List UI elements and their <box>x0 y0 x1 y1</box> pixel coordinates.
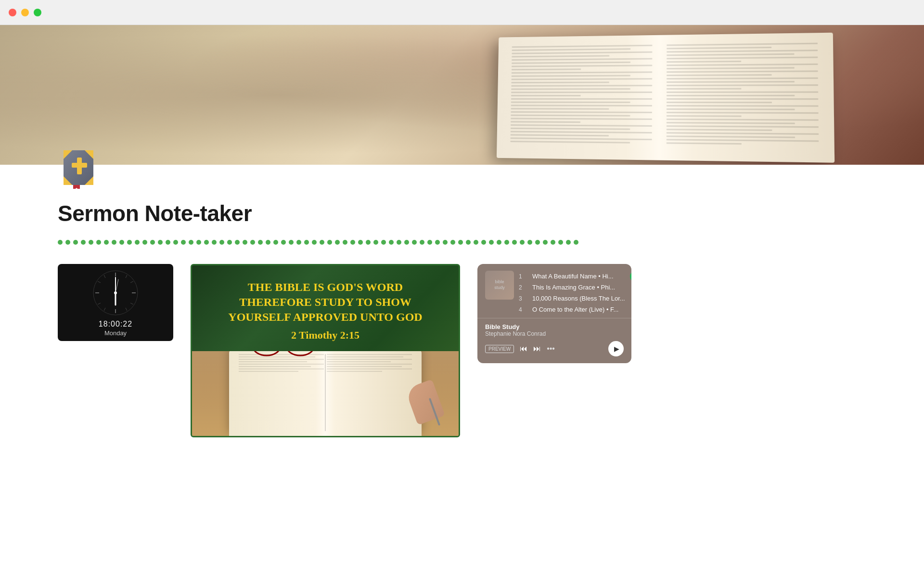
svg-point-25 <box>114 291 117 294</box>
divider-dot <box>96 240 101 245</box>
divider-dot <box>266 240 270 245</box>
divider-dot <box>235 240 240 245</box>
divider-dot <box>381 240 386 245</box>
spotify-track-3: 3 10,000 Reasons (Bless The Lor... <box>519 293 625 304</box>
divider-dot <box>250 240 255 245</box>
divider-dot <box>181 240 186 245</box>
maximize-button[interactable] <box>34 9 41 16</box>
page-content: Sermon Note-taker <box>0 145 924 437</box>
divider-dot <box>350 240 355 245</box>
spotify-play-button[interactable]: ▶ <box>608 341 624 356</box>
titlebar <box>0 0 924 25</box>
svg-line-18 <box>104 308 105 311</box>
divider-dot <box>219 240 224 245</box>
bible-quote-line1: THE BIBLE IS GOD'S WORD <box>206 280 444 295</box>
divider-dot <box>289 240 294 245</box>
divider-dot <box>227 240 232 245</box>
divider-dot <box>512 240 517 245</box>
spotify-track-list: 1 What A Beautiful Name • Hi... 2 This I… <box>519 271 625 315</box>
divider-dot <box>450 240 455 245</box>
spotify-now-playing: Bible Study Stephanie Nora Conrad <box>485 323 624 337</box>
divider-dot <box>320 240 324 245</box>
divider-dot <box>273 240 278 245</box>
divider-dot <box>112 240 116 245</box>
spotify-track-4-name: O Come to the Alter (Live) • F... <box>532 306 625 313</box>
divider-dot <box>204 240 209 245</box>
book-pages-visual <box>497 33 834 163</box>
svg-point-27 <box>287 351 314 355</box>
spotify-more-button[interactable]: ••• <box>547 344 555 353</box>
divider-dot <box>304 240 309 245</box>
divider-dot <box>497 240 501 245</box>
divider-dot <box>166 240 170 245</box>
divider-dot <box>551 240 555 245</box>
spotify-next-button[interactable]: ⏭ <box>533 344 541 353</box>
divider-dot <box>373 240 378 245</box>
bible-quote-widget: THE BIBLE IS GOD'S WORD THEREFORE STUDY … <box>191 264 460 437</box>
divider-dot <box>489 240 494 245</box>
svg-line-21 <box>104 275 105 278</box>
spotify-controls: PREVIEW ⏮ ⏭ ••• ▶ <box>485 341 624 356</box>
divider-dot <box>504 240 509 245</box>
spotify-track-4: 4 O Come to the Alter (Live) • F... <box>519 304 625 315</box>
divider-dot <box>466 240 471 245</box>
minimize-button[interactable] <box>21 9 29 16</box>
divider-dot <box>474 240 478 245</box>
divider-dot <box>412 240 417 245</box>
divider-dot <box>420 240 424 245</box>
bible-quote-reference: 2 Timothy 2:15 <box>206 329 444 342</box>
spotify-artist: Stephanie Nora Conrad <box>485 330 546 337</box>
divider-dot <box>435 240 440 245</box>
divider-dot <box>312 240 317 245</box>
spotify-header: biblestudy 1 What A Beautiful Name • Hi.… <box>477 264 631 318</box>
svg-line-14 <box>126 275 127 278</box>
hero-banner <box>0 25 924 165</box>
svg-line-19 <box>98 303 101 304</box>
divider-dot <box>366 240 371 245</box>
divider-dot <box>335 240 340 245</box>
play-icon: ▶ <box>614 345 619 353</box>
spotify-prev-button[interactable]: ⏮ <box>520 344 527 353</box>
divider-dot <box>243 240 247 245</box>
spotify-track-3-name: 10,000 Reasons (Bless The Lor... <box>532 295 625 302</box>
clock-widget: 18:00:22 Monday <box>58 264 173 341</box>
spotify-track-1: 1 What A Beautiful Name • Hi... <box>519 271 625 282</box>
divider-dot <box>135 240 140 245</box>
svg-line-20 <box>98 281 101 283</box>
divider-dot <box>535 240 540 245</box>
divider-dot <box>574 240 578 245</box>
clock-time: 18:00:22 <box>99 320 132 328</box>
divider-dot <box>119 240 124 245</box>
divider-dot <box>343 240 347 245</box>
divider-dot <box>104 240 109 245</box>
svg-line-15 <box>130 281 133 283</box>
svg-marker-8 <box>73 185 80 189</box>
divider-dot <box>81 240 86 245</box>
dots-divider <box>58 238 866 247</box>
divider-dot <box>142 240 147 245</box>
divider-dot <box>212 240 217 245</box>
divider-dot <box>258 240 263 245</box>
svg-point-31 <box>630 271 631 282</box>
clock-day: Monday <box>104 329 127 337</box>
svg-rect-7 <box>72 163 87 168</box>
spotify-preview-badge[interactable]: PREVIEW <box>485 345 514 353</box>
divider-dot <box>404 240 409 245</box>
spotify-bottom: Bible Study Stephanie Nora Conrad PREVIE… <box>477 318 631 363</box>
divider-dot <box>173 240 178 245</box>
spotify-track-2: 2 This Is Amazing Grace • Phi... <box>519 282 625 293</box>
divider-dot <box>127 240 132 245</box>
bible-icon <box>58 145 101 189</box>
spotify-album-art: biblestudy <box>485 271 514 300</box>
svg-line-17 <box>126 308 127 311</box>
divider-dot <box>73 240 78 245</box>
open-bible <box>229 351 422 436</box>
close-button[interactable] <box>9 9 16 16</box>
svg-point-26 <box>253 351 280 355</box>
svg-line-16 <box>130 303 133 304</box>
divider-dot <box>296 240 301 245</box>
spotify-playlist-name: Bible Study <box>485 323 546 330</box>
divider-dot <box>281 240 286 245</box>
divider-dot <box>520 240 525 245</box>
divider-dot <box>327 240 332 245</box>
